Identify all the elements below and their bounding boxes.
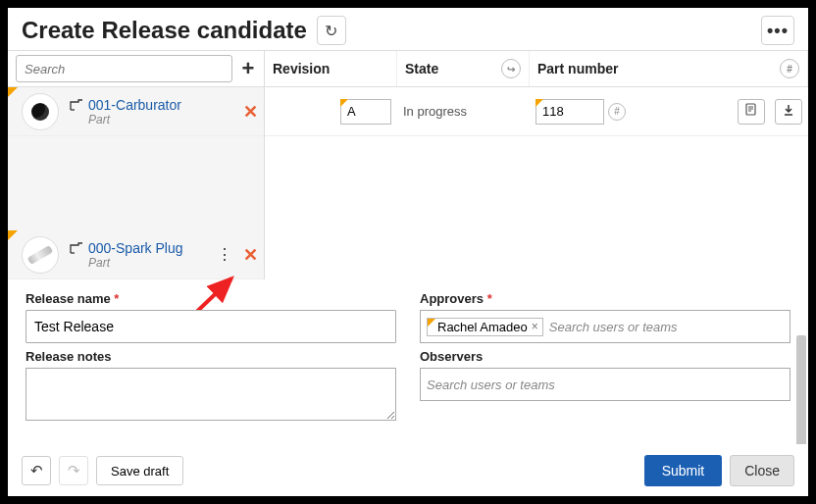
branch-icon (69, 98, 84, 112)
refresh-button[interactable]: ↻ (317, 16, 346, 45)
observers-input[interactable]: Search users or teams (420, 368, 790, 401)
dialog-header: Create Release candidate ↻ ••• (8, 8, 808, 49)
part-number-input[interactable] (536, 99, 604, 125)
column-header-part-number[interactable]: Part number # (530, 51, 808, 86)
release-form: Release name Release notes Approvers Rac… (8, 279, 808, 428)
create-release-dialog: Create Release candidate ↻ ••• + (8, 8, 808, 496)
refresh-icon: ↻ (325, 22, 337, 40)
properties-table: Revision State ↪ Part number # In (264, 50, 808, 279)
approver-chip[interactable]: Rachel Amadeo × (427, 318, 543, 336)
hash-icon[interactable]: # (780, 59, 799, 78)
part-item[interactable]: 000-Spark Plug Part ⋮ ✕ (8, 230, 264, 279)
state-cell: In progress (397, 104, 530, 119)
add-part-button[interactable]: + (232, 56, 264, 81)
undo-button[interactable]: ↶ (22, 456, 51, 485)
part-name: 001-Carburator (88, 97, 181, 113)
remove-chip-button[interactable]: × (532, 320, 538, 333)
notes-button[interactable] (738, 99, 765, 125)
kebab-icon: ⋮ (217, 246, 232, 263)
part-thumbnail (22, 236, 59, 274)
part-thumbnail (22, 93, 59, 130)
scrollbar[interactable] (796, 335, 806, 444)
redo-button: ↷ (59, 456, 88, 485)
ellipsis-icon: ••• (767, 21, 789, 41)
plus-icon: + (242, 56, 255, 80)
download-icon (782, 103, 795, 120)
state-header-icon[interactable]: ↪ (501, 59, 521, 78)
remove-part-button[interactable]: ✕ (236, 101, 264, 123)
approvers-input[interactable]: Rachel Amadeo × Search users or teams (420, 310, 790, 343)
dialog-title: Create Release candidate (22, 17, 313, 44)
save-draft-button[interactable]: Save draft (96, 456, 183, 485)
close-icon: ✕ (243, 245, 258, 265)
part-type: Part (88, 256, 217, 270)
download-button[interactable] (775, 99, 802, 125)
release-notes-label: Release notes (26, 349, 396, 364)
undo-icon: ↶ (30, 462, 43, 479)
close-icon: ✕ (243, 102, 258, 122)
dialog-footer: ↶ ↷ Save draft Submit Close (8, 444, 808, 496)
part-options-button[interactable]: ⋮ (217, 245, 232, 264)
column-header-state[interactable]: State ↪ (397, 51, 530, 86)
remove-part-button[interactable]: ✕ (236, 244, 264, 266)
submit-button[interactable]: Submit (644, 455, 723, 486)
observers-placeholder: Search users or teams (427, 378, 555, 392)
parts-list-panel: + 001-Carburator Part (8, 50, 264, 279)
table-row: In progress # (265, 87, 808, 136)
observers-label: Observers (420, 349, 790, 364)
parts-search-input[interactable] (16, 55, 232, 82)
release-notes-input[interactable] (26, 368, 396, 421)
close-button[interactable]: Close (730, 455, 794, 486)
release-name-label: Release name (26, 291, 396, 306)
redo-icon: ↷ (68, 462, 80, 479)
release-name-input[interactable] (26, 310, 396, 343)
approvers-label: Approvers (420, 291, 790, 306)
part-name: 000-Spark Plug (88, 240, 183, 256)
branch-icon (69, 241, 84, 255)
generate-part-number-button[interactable]: # (608, 103, 626, 121)
revision-input[interactable] (340, 99, 391, 125)
part-type: Part (88, 113, 236, 126)
document-icon (744, 103, 758, 120)
approvers-placeholder: Search users or teams (549, 320, 678, 334)
column-header-revision[interactable]: Revision (265, 51, 397, 86)
more-options-button[interactable]: ••• (761, 16, 794, 45)
part-item[interactable]: 001-Carburator Part ✕ (8, 87, 264, 136)
dialog-body: + 001-Carburator Part (8, 49, 808, 444)
